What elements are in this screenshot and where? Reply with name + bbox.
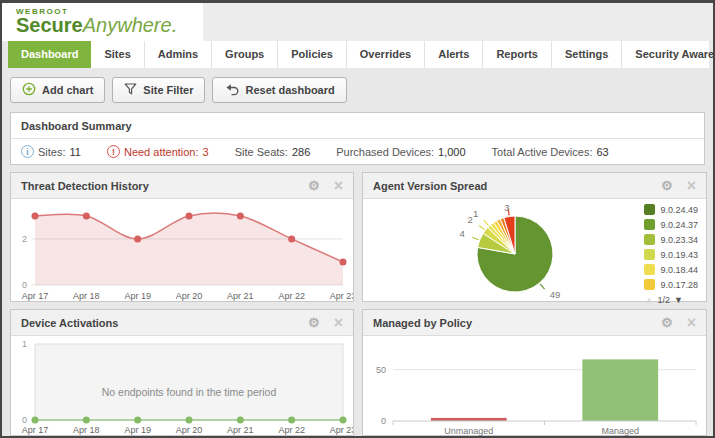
svg-text:Apr 23: Apr 23 [330, 291, 353, 301]
stat-need-attention: ! Need attention: 3 [107, 145, 209, 158]
stat-sites: i Sites: 11 [21, 145, 81, 158]
tab-sites[interactable]: Sites [91, 41, 144, 68]
tab-reports[interactable]: Reports [483, 41, 552, 68]
dashboard-summary-panel: Dashboard Summary i Sites: 11 ! Need att… [10, 112, 705, 165]
legend-item: 9.0.18.44 [644, 262, 698, 277]
policy-chart: 050UnmanagedManaged [363, 336, 706, 438]
webroot-console-window: WEBROOT SecureAnywhere. Dashboard Sites … [0, 0, 715, 438]
tab-policies[interactable]: Policies [278, 41, 347, 68]
filter-funnel-icon [124, 83, 137, 97]
legend-item: 9.0.24.49 [644, 202, 698, 217]
threat-line-chart: 02Apr 17Apr 18Apr 19Apr 20Apr 21Apr 22Ap… [11, 199, 353, 303]
legend-item: 9.0.23.34 [644, 232, 698, 247]
legend-pagination: ▲ 1/2 ▼ [644, 292, 698, 307]
svg-text:0: 0 [381, 416, 386, 426]
managed-by-policy-panel: Managed by Policy ⚙ × 050UnmanagedManage… [362, 309, 707, 436]
svg-text:2: 2 [22, 234, 27, 244]
tab-dashboard[interactable]: Dashboard [8, 41, 91, 68]
dashboard-toolbar: Add chart Site Filter Reset dashboard [10, 77, 705, 103]
charts-grid: Threat Detection History ⚙ × 02Apr 17Apr… [10, 172, 705, 436]
device-chart: 01No endpoints found in the time periodA… [11, 336, 353, 438]
svg-text:Apr 19: Apr 19 [124, 425, 151, 435]
close-icon[interactable]: × [334, 178, 343, 194]
svg-text:1: 1 [473, 208, 478, 219]
close-icon[interactable]: × [687, 315, 696, 331]
svg-text:Apr 18: Apr 18 [73, 425, 100, 435]
svg-text:1: 1 [22, 339, 27, 349]
add-circle-icon [22, 82, 36, 98]
svg-text:Apr 21: Apr 21 [227, 425, 254, 435]
legend-swatch [644, 264, 655, 275]
close-icon[interactable]: × [687, 178, 696, 194]
tab-settings[interactable]: Settings [552, 41, 622, 68]
page-indicator: 1/2 [657, 295, 670, 305]
svg-text:Apr 22: Apr 22 [278, 425, 305, 435]
svg-text:Apr 18: Apr 18 [73, 291, 100, 301]
svg-text:0: 0 [22, 280, 27, 290]
legend-swatch [644, 249, 655, 260]
header: WEBROOT SecureAnywhere. [2, 3, 713, 41]
legend-swatch [644, 219, 655, 230]
tab-alerts[interactable]: Alerts [425, 41, 483, 68]
stat-purchased-devices: Purchased Devices: 1,000 [336, 146, 465, 158]
logo-secureanywhere-text: SecureAnywhere. [16, 14, 177, 36]
info-icon: i [21, 145, 34, 158]
main-nav: Dashboard Sites Admins Groups Policies O… [8, 41, 709, 68]
tab-admins[interactable]: Admins [145, 41, 212, 68]
stat-total-active-devices: Total Active Devices: 63 [492, 146, 609, 158]
gear-icon[interactable]: ⚙ [308, 178, 320, 193]
agent-chart: 494213 9.0.24.49 9.0.24.37 9.0.23.34 9.0… [363, 199, 706, 303]
legend-item: 9.0.17.28 [644, 277, 698, 292]
legend-swatch [644, 204, 655, 215]
dashboard-summary-stats: i Sites: 11 ! Need attention: 3 Site Sea… [11, 139, 704, 164]
page-down-icon[interactable]: ▼ [674, 295, 683, 305]
page-up-icon[interactable]: ▲ [644, 295, 653, 305]
panel-title: Device Activations [21, 317, 308, 329]
policy-bar-chart: 050UnmanagedManaged [363, 336, 706, 437]
svg-text:4: 4 [459, 228, 464, 239]
panel-title: Agent Version Spread [373, 180, 661, 192]
tab-overrides[interactable]: Overrides [347, 41, 425, 68]
threat-chart: 02Apr 17Apr 18Apr 19Apr 20Apr 21Apr 22Ap… [11, 199, 353, 307]
legend-item: 9.0.24.37 [644, 217, 698, 232]
threat-detection-history-panel: Threat Detection History ⚙ × 02Apr 17Apr… [10, 172, 354, 302]
gear-icon[interactable]: ⚙ [661, 315, 673, 330]
panel-title: Threat Detection History [21, 180, 308, 192]
legend-swatch [644, 279, 655, 290]
svg-text:50: 50 [376, 365, 386, 375]
undo-arrow-icon [224, 83, 239, 98]
svg-text:49: 49 [550, 289, 561, 300]
tab-security-awareness-training[interactable]: Security Awareness Training [622, 41, 715, 68]
svg-text:No endpoints found in the time: No endpoints found in the time period [102, 386, 277, 398]
svg-text:Unmanaged: Unmanaged [444, 426, 493, 436]
agent-version-spread-panel: Agent Version Spread ⚙ × 494213 9.0.24.4… [362, 172, 707, 302]
svg-text:Apr 19: Apr 19 [124, 291, 151, 301]
svg-text:Managed: Managed [601, 426, 639, 436]
device-activations-panel: Device Activations ⚙ × 01No endpoints fo… [10, 309, 354, 436]
svg-text:Apr 20: Apr 20 [176, 425, 203, 435]
svg-text:Apr 20: Apr 20 [176, 291, 203, 301]
panel-title: Managed by Policy [373, 317, 661, 329]
alert-icon: ! [107, 145, 120, 158]
stat-site-seats: Site Seats: 286 [235, 146, 311, 158]
reset-dashboard-button[interactable]: Reset dashboard [212, 77, 346, 103]
agent-pie-chart: 494213 [363, 199, 613, 303]
device-line-chart: 01No endpoints found in the time periodA… [11, 336, 353, 437]
svg-text:3: 3 [504, 202, 509, 213]
legend-swatch [644, 234, 655, 245]
tab-groups[interactable]: Groups [212, 41, 278, 68]
svg-text:0: 0 [22, 415, 27, 425]
pie-legend: 9.0.24.49 9.0.24.37 9.0.23.34 9.0.19.43 … [644, 202, 698, 307]
svg-text:Apr 17: Apr 17 [22, 425, 49, 435]
webroot-logo: WEBROOT SecureAnywhere. [2, 3, 203, 41]
svg-text:Apr 21: Apr 21 [227, 291, 254, 301]
gear-icon[interactable]: ⚙ [308, 315, 320, 330]
close-icon[interactable]: × [334, 315, 343, 331]
dashboard-summary-title: Dashboard Summary [11, 113, 704, 139]
add-chart-button[interactable]: Add chart [10, 77, 105, 103]
svg-text:Apr 22: Apr 22 [278, 291, 305, 301]
svg-text:Apr 17: Apr 17 [22, 291, 49, 301]
svg-text:Apr 23: Apr 23 [330, 425, 353, 435]
site-filter-button[interactable]: Site Filter [112, 77, 205, 103]
gear-icon[interactable]: ⚙ [661, 178, 673, 193]
